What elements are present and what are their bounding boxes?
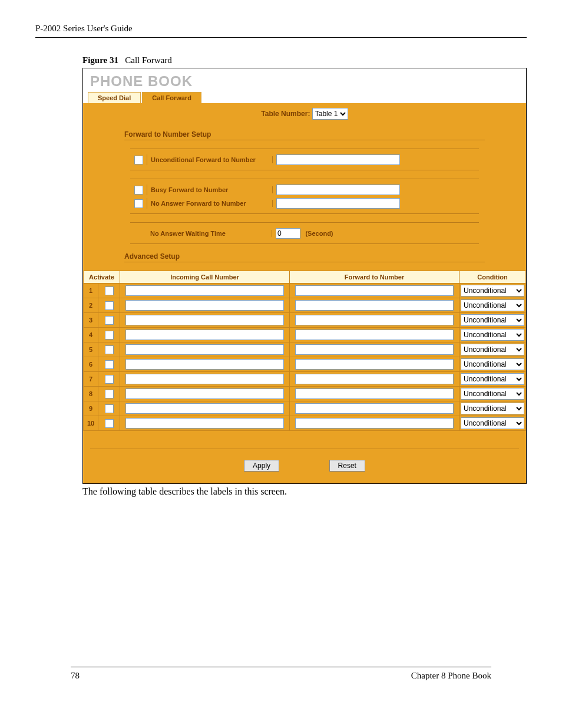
row-forward-input[interactable] xyxy=(295,403,454,414)
col-forward: Forward to Number xyxy=(290,271,459,284)
input-busy-number[interactable] xyxy=(276,185,400,195)
figure-title: Call Forward xyxy=(125,55,172,65)
row-activate-checkbox[interactable] xyxy=(105,360,114,369)
label-busy: Busy Forward to Number xyxy=(147,186,273,193)
row-activate-checkbox[interactable] xyxy=(105,331,114,340)
row-condition-select[interactable]: Unconditional xyxy=(461,373,524,385)
row-condition-select[interactable]: Unconditional xyxy=(461,285,524,297)
row-incoming-input[interactable] xyxy=(125,330,284,340)
row-number: 10 xyxy=(84,416,98,431)
row-condition-select[interactable]: Unconditional xyxy=(461,314,524,326)
forward-block-1: Unconditional Forward to Number xyxy=(130,149,479,170)
row-condition-select[interactable]: Unconditional xyxy=(461,358,524,370)
table-number-row: Table Number: Table 1 xyxy=(83,108,526,120)
row-activate-checkbox[interactable] xyxy=(105,286,114,295)
row-incoming-input[interactable] xyxy=(125,374,284,384)
row-incoming-input[interactable] xyxy=(125,388,284,399)
row-number: 1 xyxy=(84,284,98,298)
reset-button[interactable]: Reset xyxy=(329,460,365,472)
doc-footer: 78 Chapter 8 Phone Book xyxy=(71,667,491,681)
checkbox-busy[interactable] xyxy=(134,186,143,195)
panel-body: Table Number: Table 1 Forward to Number … xyxy=(83,103,526,483)
phone-book-panel: PHONE BOOK Speed Dial Call Forward Table… xyxy=(82,68,527,484)
col-incoming: Incoming Call Number xyxy=(120,271,290,284)
tab-bar: Speed Dial Call Forward xyxy=(83,92,526,103)
row-incoming-input[interactable] xyxy=(125,359,284,370)
row-activate-checkbox[interactable] xyxy=(105,375,114,384)
row-activate-checkbox[interactable] xyxy=(105,404,114,413)
row-activate-checkbox[interactable] xyxy=(105,301,114,310)
col-activate: Activate xyxy=(84,271,120,284)
row-condition-select[interactable]: Unconditional xyxy=(461,388,524,400)
row-forward-input[interactable] xyxy=(295,300,454,311)
table-number-label: Table Number: xyxy=(261,110,310,118)
row-forward-input[interactable] xyxy=(295,344,454,355)
row-condition-select[interactable]: Unconditional xyxy=(461,329,524,341)
figure-caption: Figure 31 Call Forward xyxy=(82,55,527,65)
section-forward-setup: Forward to Number Setup xyxy=(124,130,485,140)
row-incoming-input[interactable] xyxy=(125,403,284,414)
apply-button[interactable]: Apply xyxy=(244,460,279,472)
panel-title: PHONE BOOK xyxy=(83,68,526,92)
row-incoming-input[interactable] xyxy=(125,285,284,296)
row-incoming-input[interactable] xyxy=(125,300,284,311)
input-noanswer-number[interactable] xyxy=(276,198,400,209)
row-condition-select[interactable]: Unconditional xyxy=(461,403,524,414)
forward-block-3: No Answer Waiting Time (Second) xyxy=(130,222,479,244)
row-forward-input[interactable] xyxy=(295,315,454,325)
checkbox-unconditional[interactable] xyxy=(134,156,143,164)
button-row: Apply Reset xyxy=(90,449,519,472)
row-activate-checkbox[interactable] xyxy=(105,316,114,325)
row-forward-input[interactable] xyxy=(295,374,454,384)
row-number: 4 xyxy=(84,328,98,342)
row-condition-select[interactable]: Unconditional xyxy=(461,299,524,311)
row-incoming-input[interactable] xyxy=(125,418,284,429)
label-unconditional: Unconditional Forward to Number xyxy=(147,156,273,163)
row-number: 5 xyxy=(84,342,98,357)
row-condition-select[interactable]: Unconditional xyxy=(461,344,524,355)
label-noanswer: No Answer Forward to Number xyxy=(147,200,273,207)
row-activate-checkbox[interactable] xyxy=(105,419,114,428)
input-unconditional-number[interactable] xyxy=(276,154,400,165)
label-wait-time: No Answer Waiting Time xyxy=(147,230,272,237)
table-number-select[interactable]: Table 1 xyxy=(312,108,348,120)
row-number: 6 xyxy=(84,357,98,372)
row-activate-checkbox[interactable] xyxy=(105,345,114,354)
row-condition-select[interactable]: Unconditional xyxy=(461,417,524,429)
row-number: 2 xyxy=(84,298,98,313)
tab-speed-dial[interactable]: Speed Dial xyxy=(88,92,141,103)
col-condition: Condition xyxy=(459,271,526,284)
forward-block-2: Busy Forward to Number No Answer Forward… xyxy=(130,179,479,214)
row-forward-input[interactable] xyxy=(295,285,454,296)
section-advanced-setup: Advanced Setup xyxy=(124,252,485,262)
figure-label: Figure 31 xyxy=(82,55,118,65)
input-wait-time[interactable] xyxy=(276,228,300,239)
row-number: 9 xyxy=(84,401,98,416)
row-forward-input[interactable] xyxy=(295,388,454,399)
post-figure-text: The following table describes the labels… xyxy=(82,486,527,497)
advanced-grid: Activate Incoming Call Number Forward to… xyxy=(83,271,526,431)
row-forward-input[interactable] xyxy=(295,359,454,370)
row-number: 8 xyxy=(84,387,98,401)
tab-call-forward[interactable]: Call Forward xyxy=(142,92,201,103)
chapter-label: Chapter 8 Phone Book xyxy=(411,671,491,681)
row-forward-input[interactable] xyxy=(295,418,454,429)
row-activate-checkbox[interactable] xyxy=(105,390,114,398)
label-wait-unit: (Second) xyxy=(305,230,333,237)
row-number: 3 xyxy=(84,313,98,328)
row-incoming-input[interactable] xyxy=(125,315,284,325)
row-incoming-input[interactable] xyxy=(125,344,284,355)
page-number: 78 xyxy=(71,671,80,681)
row-forward-input[interactable] xyxy=(295,330,454,340)
doc-header: P-2002 Series User's Guide xyxy=(35,24,527,38)
row-number: 7 xyxy=(84,372,98,387)
checkbox-noanswer[interactable] xyxy=(134,199,143,208)
